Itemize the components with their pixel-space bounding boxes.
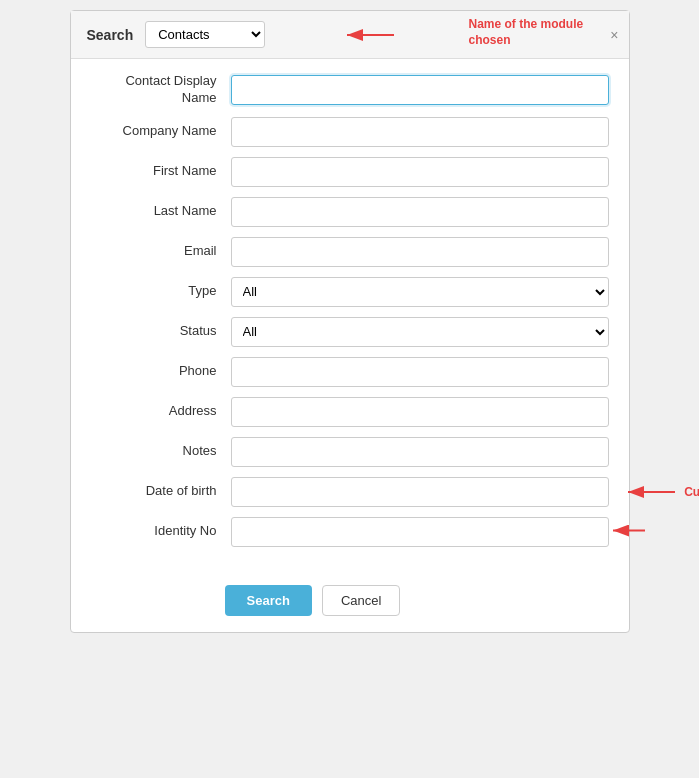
- select-type[interactable]: All: [231, 277, 609, 307]
- label-identity-no: Identity No: [91, 523, 231, 540]
- custom-fields-text: Custom fields: [684, 485, 699, 499]
- close-button[interactable]: ×: [610, 28, 618, 42]
- label-notes: Notes: [91, 443, 231, 460]
- label-contact-display-name: Contact DisplayName: [91, 73, 231, 107]
- input-email[interactable]: [231, 237, 609, 267]
- module-arrow: [339, 24, 399, 46]
- input-notes[interactable]: [231, 437, 609, 467]
- custom-arrow: [620, 482, 680, 502]
- form-row-phone: Phone: [91, 357, 609, 387]
- identity-arrow: [605, 520, 649, 540]
- label-type: Type: [91, 283, 231, 300]
- label-address: Address: [91, 403, 231, 420]
- search-button[interactable]: Search: [225, 585, 312, 616]
- form-footer: Search Cancel: [71, 573, 629, 632]
- label-date-of-birth: Date of birth: [91, 483, 231, 500]
- form-row-status: Status All: [91, 317, 609, 347]
- form-row-email: Email: [91, 237, 609, 267]
- input-phone[interactable]: [231, 357, 609, 387]
- select-status[interactable]: All: [231, 317, 609, 347]
- label-status: Status: [91, 323, 231, 340]
- label-last-name: Last Name: [91, 203, 231, 220]
- module-select[interactable]: Contacts Leads Accounts: [145, 21, 265, 48]
- form-row-address: Address: [91, 397, 609, 427]
- custom-fields-annotation: Custom fields: [620, 482, 699, 502]
- label-email: Email: [91, 243, 231, 260]
- search-dialog: Search Contacts Leads Accounts Name of t…: [70, 10, 630, 633]
- form-row-company-name: Company Name: [91, 117, 609, 147]
- input-last-name[interactable]: [231, 197, 609, 227]
- form-body: Contact DisplayName Company Name First N…: [71, 59, 629, 573]
- input-contact-display-name[interactable]: [231, 75, 609, 105]
- form-row-type: Type All: [91, 277, 609, 307]
- input-first-name[interactable]: [231, 157, 609, 187]
- dialog-header: Search Contacts Leads Accounts Name of t…: [71, 11, 629, 59]
- form-row-last-name: Last Name: [91, 197, 609, 227]
- form-row-notes: Notes: [91, 437, 609, 467]
- form-row-first-name: First Name: [91, 157, 609, 187]
- form-row-date-of-birth: Date of birth Custom fields: [91, 477, 609, 507]
- input-date-of-birth[interactable]: [231, 477, 609, 507]
- module-annotation: Name of the module chosen: [469, 17, 599, 48]
- label-company-name: Company Name: [91, 123, 231, 140]
- form-row-identity-no: Identity No: [91, 517, 609, 547]
- search-label: Search: [87, 27, 134, 43]
- input-company-name[interactable]: [231, 117, 609, 147]
- label-first-name: First Name: [91, 163, 231, 180]
- label-phone: Phone: [91, 363, 231, 380]
- input-address[interactable]: [231, 397, 609, 427]
- identity-arrow-container: [605, 520, 649, 543]
- form-row-contact-display-name: Contact DisplayName: [91, 73, 609, 107]
- input-identity-no[interactable]: [231, 517, 609, 547]
- cancel-button[interactable]: Cancel: [322, 585, 400, 616]
